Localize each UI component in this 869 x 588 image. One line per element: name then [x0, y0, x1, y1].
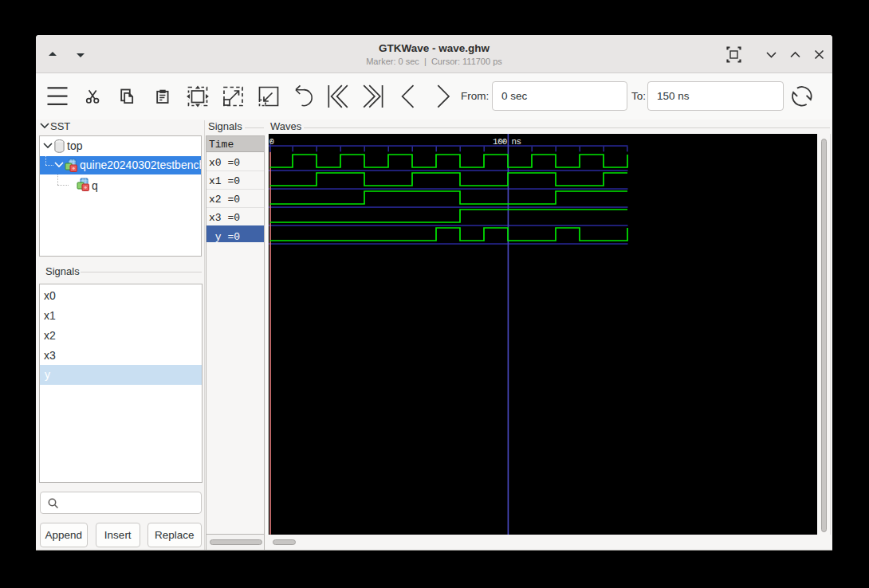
svg-text:100 ns: 100 ns	[493, 137, 521, 147]
svg-text:0: 0	[269, 137, 274, 147]
